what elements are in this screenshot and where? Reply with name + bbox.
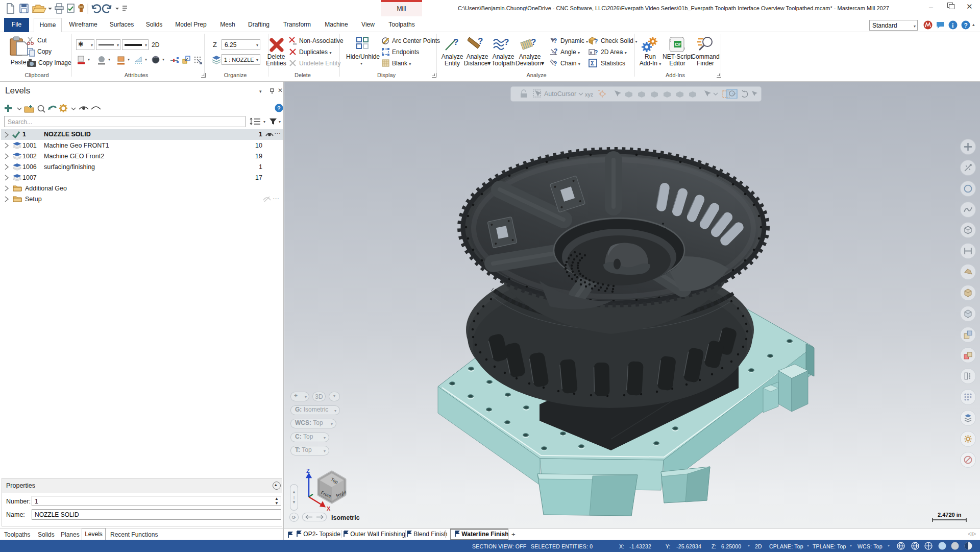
svg-text:?: ?: [594, 49, 598, 56]
svg-text:?: ?: [553, 37, 557, 44]
svg-text:2.4720 in: 2.4720 in: [938, 512, 962, 518]
svg-text:AutoCursor: AutoCursor: [544, 90, 576, 98]
svg-text:?: ?: [553, 60, 557, 67]
svg-text:xyz: xyz: [585, 92, 593, 98]
svg-text:?: ?: [504, 37, 509, 47]
svg-text:C#: C#: [675, 42, 681, 47]
svg-text:?: ?: [964, 22, 968, 29]
svg-text:?: ?: [277, 105, 281, 111]
svg-text:?: ?: [531, 37, 536, 47]
svg-text:X: X: [327, 506, 331, 512]
svg-text:?: ?: [453, 37, 458, 47]
svg-text:Z: Z: [306, 468, 310, 474]
svg-text:?: ?: [554, 47, 557, 55]
svg-text:?: ?: [478, 36, 483, 46]
svg-text:?: ?: [594, 38, 598, 45]
svg-text:Σ: Σ: [591, 60, 594, 67]
